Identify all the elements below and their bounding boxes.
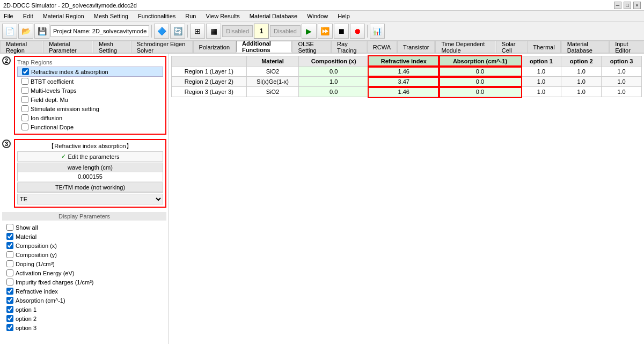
tab-additional-functions[interactable]: Additional Functions [236, 41, 291, 53]
play-fast-btn[interactable]: ⏩ [318, 24, 333, 39]
menu-window[interactable]: Window [305, 12, 330, 20]
chart-btn[interactable]: 📊 [370, 24, 385, 39]
menu-run[interactable]: Run [184, 12, 197, 20]
menu-material-db[interactable]: Material Database [248, 12, 299, 20]
import-btn[interactable]: 🔷 [154, 24, 169, 39]
cb-functional-dope[interactable]: Functional Dope [17, 122, 163, 131]
left-panel: 2 Trap Regions Refractive index & absorp… [0, 54, 169, 344]
temode-select[interactable]: TE TM [17, 194, 163, 204]
row1-material: SiO2 [246, 67, 299, 77]
dp-option3-input[interactable] [6, 324, 13, 331]
cb-btbt[interactable]: BTBT coefficient [17, 77, 163, 86]
tab-thermal[interactable]: Thermal [527, 41, 560, 53]
dp-doping[interactable]: Doping (1/cm³) [2, 259, 166, 268]
dp-composition-x[interactable]: Composition (x) [2, 241, 166, 250]
dp-show-all[interactable]: Show all [2, 223, 166, 232]
wavelength-value[interactable]: 0.000155 [18, 172, 163, 181]
row2-refractive[interactable]: 3.47 [369, 77, 439, 87]
row2-composition: 1.0 [299, 77, 369, 87]
dp-doping-input[interactable] [6, 260, 13, 267]
cb-ion-diffusion-input[interactable] [21, 114, 28, 121]
dp-material-input[interactable] [6, 233, 13, 240]
temode-group: TE/TM mode (not working) [17, 182, 163, 193]
dp-refractive-index-input[interactable] [6, 288, 13, 295]
row3-absorption[interactable]: 0.0 [439, 87, 521, 97]
row2-opt1: 1.0 [521, 77, 561, 87]
edit-params-btn[interactable]: ✓ Edit the parameters [17, 151, 163, 162]
tab-olse[interactable]: OLSE Setting [292, 41, 331, 53]
menu-functionalities[interactable]: Functionalities [136, 12, 177, 20]
dp-refractive-index[interactable]: Refractive index [2, 287, 166, 296]
minimize-btn[interactable]: ─ [614, 2, 621, 9]
cb-stimulate-input[interactable] [21, 105, 28, 112]
tab-material-database[interactable]: Material Database [561, 41, 609, 53]
cb-field-dept[interactable]: Field dept. Mu [17, 95, 163, 104]
open-btn[interactable]: 📂 [18, 24, 33, 39]
cb-refractive-absorption[interactable]: Refractive index & absorption [17, 67, 163, 77]
mesh-btn[interactable]: ▦ [206, 24, 221, 39]
menu-help[interactable]: Help [336, 12, 352, 20]
tab-solar-cell[interactable]: Solar Cell [496, 41, 526, 53]
menu-edit[interactable]: Edit [21, 12, 35, 20]
menu-material-region[interactable]: Material Region [41, 12, 86, 20]
dp-activation-energy-input[interactable] [6, 269, 13, 276]
close-btn[interactable]: × [633, 2, 641, 9]
tab-ray-tracing[interactable]: Ray Tracing [331, 41, 367, 53]
tab-rcwa[interactable]: RCWA [367, 41, 397, 53]
dp-option2-input[interactable] [6, 315, 13, 322]
dp-absorption[interactable]: Absorption (cm^-1) [2, 296, 166, 305]
cb-ion-diffusion[interactable]: Ion diffusion [17, 113, 163, 122]
tab-polarization[interactable]: Polarization [193, 41, 236, 53]
dp-impurity-input[interactable] [6, 279, 13, 286]
row1-opt1: 1.0 [521, 67, 561, 77]
row2-absorption[interactable]: 0.0 [439, 77, 521, 87]
dp-option1-input[interactable] [6, 306, 13, 313]
dp-composition-x-label: Composition (x) [16, 243, 57, 249]
stop-btn[interactable]: ⏹ [334, 24, 349, 39]
grid-btn[interactable]: ⊞ [190, 24, 205, 39]
cb-multi-traps-input[interactable] [21, 87, 28, 94]
tab-schrodinger[interactable]: Schrodinger Eigen Solver [131, 41, 193, 53]
cb-multi-traps[interactable]: Multi-levels Traps [17, 86, 163, 95]
dp-option3[interactable]: option 3 [2, 323, 166, 332]
step2-badge: 2 [2, 56, 11, 65]
dp-activation-energy[interactable]: Activation Energy (eV) [2, 268, 166, 277]
new-btn[interactable]: 📄 [2, 24, 17, 39]
refresh-btn[interactable]: 🔄 [170, 24, 185, 39]
cb-btbt-input[interactable] [21, 78, 28, 85]
dp-composition-y[interactable]: Composition (y) [2, 250, 166, 259]
dp-absorption-input[interactable] [6, 297, 13, 304]
save-btn[interactable]: 💾 [34, 24, 49, 39]
dp-composition-x-input[interactable] [6, 242, 13, 249]
menu-mesh-setting[interactable]: Mesh Setting [92, 12, 130, 20]
cb-refractive-absorption-input[interactable] [22, 68, 29, 75]
maximize-btn[interactable]: □ [624, 2, 631, 9]
step1-btn[interactable]: 1 [254, 24, 269, 39]
cb-stimulate[interactable]: Stimulate emission setting [17, 104, 163, 113]
menu-view-results[interactable]: View Results [204, 12, 241, 20]
dp-show-all-input[interactable] [6, 224, 13, 231]
tab-mesh-setting[interactable]: Mesh Setting [93, 41, 130, 53]
cb-field-dept-input[interactable] [21, 96, 28, 103]
dp-option2[interactable]: option 2 [2, 314, 166, 323]
dp-option1[interactable]: option 1 [2, 305, 166, 314]
dp-composition-y-input[interactable] [6, 251, 13, 258]
tab-material-region[interactable]: Material Region [0, 41, 42, 53]
record-btn[interactable]: ⏺ [350, 24, 365, 39]
window-title: 2D-DDCC Simulator - 2D_solvecavitymode.d… [3, 2, 137, 9]
window-controls[interactable]: ─ □ × [614, 2, 641, 9]
menu-file[interactable]: File [2, 12, 15, 20]
row3-refractive[interactable]: 1.46 [369, 87, 439, 97]
dp-impurity[interactable]: Impurity fixed charges (1/cm³) [2, 277, 166, 287]
row1-absorption[interactable]: 0.0 [439, 67, 521, 77]
cb-functional-dope-input[interactable] [21, 123, 28, 130]
tab-time-dependent[interactable]: Time Dependent Module [435, 41, 495, 53]
play-btn[interactable]: ▶ [302, 24, 317, 39]
tab-material-param[interactable]: Material Parameter [43, 41, 92, 53]
row1-refractive[interactable]: 1.46 [369, 67, 439, 77]
sep1 [151, 25, 152, 38]
row1-region: Region 1 (Layer 1) [172, 67, 247, 77]
dp-material[interactable]: Material [2, 232, 166, 241]
tab-input-editor[interactable]: Input Editor [609, 41, 643, 53]
tab-transistor[interactable]: Transistor [397, 41, 435, 53]
